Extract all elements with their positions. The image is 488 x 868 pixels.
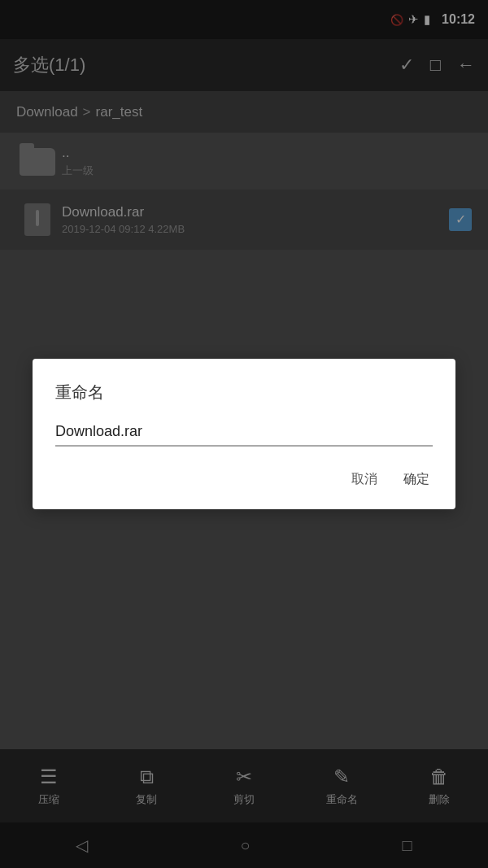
dialog-actions: 取消 确定 (55, 466, 433, 493)
rename-dialog: 重命名 取消 确定 (33, 359, 455, 509)
dialog-title: 重命名 (55, 382, 433, 403)
confirm-button[interactable]: 确定 (400, 466, 433, 493)
rename-input[interactable] (55, 418, 433, 447)
cancel-button[interactable]: 取消 (348, 466, 381, 493)
dialog-overlay: 重命名 取消 确定 (0, 0, 488, 868)
